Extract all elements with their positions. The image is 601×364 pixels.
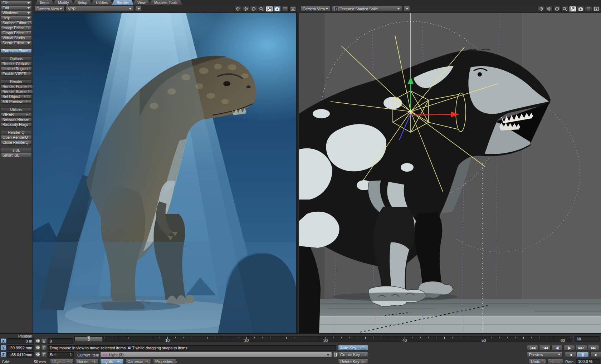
maximize-viewport-icon[interactable]	[569, 6, 576, 12]
y-spinner[interactable]	[35, 345, 40, 350]
section-title-renderq: Render-Q	[1, 130, 32, 134]
current-frame-input[interactable]: 0	[48, 338, 73, 344]
surface-editor-button[interactable]: Surface EditorF5	[1, 21, 32, 25]
close-renderq-button[interactable]: Close RenderQ	[1, 140, 32, 144]
go-to-end-button[interactable]: ▶▶|	[588, 345, 599, 350]
z-axis-button[interactable]: Z	[1, 352, 6, 357]
play-forward-button[interactable]: ▶	[590, 352, 601, 357]
left-viewport-options-dropdown[interactable]	[135, 6, 142, 11]
edit-cameras-button[interactable]: Cameras+C	[125, 359, 151, 364]
current-item-dropdown[interactable]: Light (3)	[100, 352, 332, 358]
y-axis-button[interactable]: Y	[1, 345, 6, 350]
right-viewport-options-dropdown[interactable]	[404, 6, 410, 11]
sel-object-button[interactable]: Sel ObjectF11	[1, 94, 32, 99]
left-render-mode-dropdown[interactable]: VPR	[66, 6, 134, 11]
zoom-icon[interactable]	[258, 6, 265, 12]
open-renderq-button[interactable]: Open RenderQ	[1, 135, 32, 139]
pause-button[interactable]: ||	[577, 352, 589, 357]
orbit-icon[interactable]	[242, 6, 249, 12]
chevron-down-icon	[59, 8, 62, 11]
smart-ibl-button[interactable]: Smart IBL	[1, 153, 32, 157]
x-axis-button[interactable]: X	[1, 338, 6, 344]
properties-button[interactable]: Propertiesp	[153, 359, 176, 364]
right-render-mode-dropdown[interactable]: TTextured Shaded Solid	[332, 6, 402, 11]
timeline-ruler[interactable]: 0 102030405060	[74, 336, 572, 342]
render-globals-button[interactable]: Render Globals	[1, 62, 32, 66]
ruler-tick	[373, 337, 373, 338]
menu-windows[interactable]: Windows	[1, 11, 32, 15]
z-envelope-button[interactable]: E	[41, 352, 47, 357]
frame-slider-handle[interactable]: 0	[75, 336, 103, 342]
viper-button[interactable]: VIPERF7	[1, 112, 32, 117]
render-scene-button[interactable]: Render SceneF10	[1, 89, 32, 94]
zoom-icon[interactable]	[561, 6, 568, 12]
tab-render[interactable]: Render	[112, 0, 134, 5]
menu-file[interactable]: File	[1, 1, 32, 5]
y-envelope-button[interactable]: E	[41, 345, 47, 350]
right-viewport-shaded-scene[interactable]	[299, 13, 601, 333]
enable-viper-button[interactable]: Enable VIPER	[1, 72, 32, 76]
z-spinner[interactable]	[35, 352, 40, 357]
go-to-start-button[interactable]: |◀◀	[527, 345, 538, 350]
ruler-tick	[357, 337, 357, 338]
item-panel-toggle-button[interactable]	[333, 352, 338, 357]
y-position-field[interactable]: 39.9992 mm	[7, 345, 34, 351]
rotate-view-icon[interactable]	[250, 6, 257, 12]
viewport-layout-icon[interactable]	[289, 6, 297, 12]
play-reverse-button[interactable]: ◀	[565, 352, 576, 357]
end-frame-field[interactable]: 60	[575, 336, 600, 342]
camera-icon[interactable]	[274, 6, 281, 12]
preview-dropdown[interactable]: Preview	[527, 352, 563, 357]
right-view-mode-dropdown[interactable]: Camera View	[300, 6, 331, 11]
tab-setup[interactable]: Setup	[73, 0, 92, 5]
render-frame-button[interactable]: Render FrameF9	[1, 84, 32, 89]
left-viewport-vpr-scene[interactable]	[33, 13, 298, 333]
menu-help[interactable]: Help	[1, 16, 32, 20]
create-key-button[interactable]: Create Keyret	[338, 352, 368, 357]
redo-button[interactable]: Redo	[547, 359, 563, 364]
network-render-button[interactable]: Network Render	[1, 117, 32, 122]
next-keyframe-button[interactable]: ▶▶+	[576, 345, 587, 350]
step-back-button[interactable]: ◀||	[551, 345, 563, 350]
parent-in-place-button[interactable]: Parent in Place	[1, 49, 32, 53]
radiosity-flags-button[interactable]: Radiosity Flags	[1, 122, 32, 127]
x-envelope-button[interactable]: E	[41, 338, 47, 344]
edit-objects-button[interactable]: Objects+O	[50, 359, 74, 364]
step-forward-button[interactable]: ||▶	[563, 345, 575, 350]
menu-edit[interactable]: Edit	[1, 6, 32, 10]
x-position-field[interactable]: 0 m	[7, 338, 34, 344]
prev-keyframe-button[interactable]: +◀◀	[539, 345, 551, 350]
x-spinner[interactable]	[35, 338, 40, 344]
graph-editor-button[interactable]: Graph Editor^F2	[1, 31, 32, 35]
tab-items[interactable]: Items	[35, 0, 54, 5]
viewport-menu-icon[interactable]	[282, 6, 289, 12]
rate-field[interactable]: 100.0 %	[576, 359, 600, 364]
ruler-tick	[539, 337, 539, 338]
auto-key-button[interactable]: Auto Key+F1	[338, 345, 368, 350]
scene-editor-button[interactable]: Scene Editor	[1, 41, 32, 45]
undo-button[interactable]: Undo^Z	[529, 359, 546, 364]
tab-utilities[interactable]: Utilities	[91, 0, 113, 5]
tab-view[interactable]: View	[132, 0, 151, 5]
image-editor-button[interactable]: Image EditorF6	[1, 26, 32, 30]
pan-icon[interactable]	[234, 6, 241, 12]
virtual-studio-button[interactable]: Virtual Studio	[1, 36, 32, 40]
viewport-menu-icon[interactable]	[585, 6, 592, 12]
rotate-view-icon[interactable]	[553, 6, 561, 12]
delete-key-button[interactable]: Delete Keydel	[338, 359, 368, 364]
edit-lights-button[interactable]: Lights+L	[100, 359, 124, 364]
transport-controls: |◀◀ +◀◀ ◀|| ||▶ ▶▶+ ▶▶|	[527, 345, 599, 350]
z-position-field[interactable]: -65.0419mm	[7, 352, 34, 358]
mb-preview-button[interactable]: MB Preview+F9	[1, 99, 32, 104]
pan-icon[interactable]	[538, 6, 545, 12]
viewport-layout-icon[interactable]	[593, 6, 600, 12]
maximize-viewport-icon[interactable]	[266, 6, 273, 12]
left-view-mode-dropdown[interactable]: Camera View	[34, 6, 64, 11]
tab-modify[interactable]: Modify	[53, 0, 74, 5]
camera-icon[interactable]	[577, 6, 584, 12]
right-viewport-header: Camera View TTextured Shaded Solid	[299, 5, 601, 13]
limited-region-button[interactable]: Limited Regionl	[1, 67, 32, 71]
orbit-icon[interactable]	[546, 6, 553, 12]
tab-modeler-tools[interactable]: Modeler Tools	[149, 0, 182, 5]
edit-bones-button[interactable]: Bones+B	[75, 359, 99, 364]
